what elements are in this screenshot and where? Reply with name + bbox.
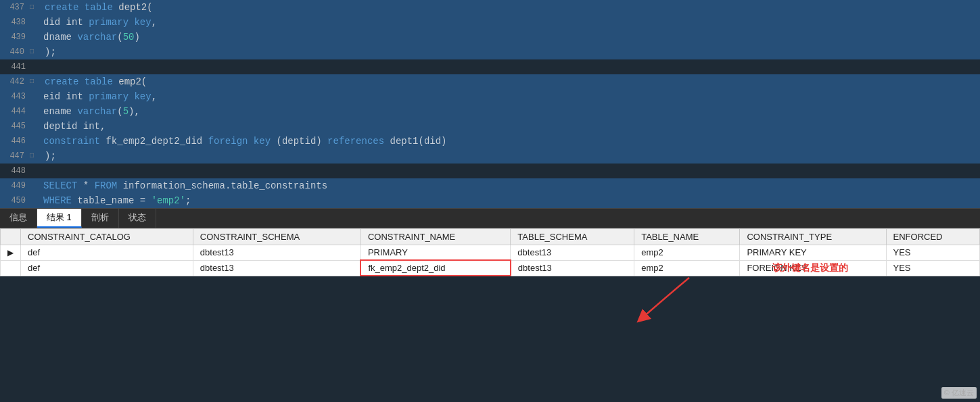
code-line: 437□create table dept2( xyxy=(0,0,980,15)
table-cell: emp2 xyxy=(634,260,740,276)
line-number: 440 xyxy=(0,45,28,59)
token: 5 xyxy=(123,106,129,117)
watermark: © 亿速云 xyxy=(941,387,977,399)
token: table_name = xyxy=(72,195,151,206)
row-indicator xyxy=(1,260,21,276)
line-content: constraint fk_emp2_dept2_did foreign key… xyxy=(41,134,980,149)
line-number: 437 xyxy=(0,0,28,15)
token: constraint xyxy=(43,136,100,147)
collapse-icon[interactable]: □ xyxy=(30,74,38,89)
line-number: 448 xyxy=(1,164,30,178)
token: primary key xyxy=(89,17,151,28)
line-number: 450 xyxy=(1,193,30,208)
token: ( xyxy=(117,32,122,43)
col-header: CONSTRAINT_TYPE xyxy=(740,229,886,245)
code-line: 447□); xyxy=(0,149,980,164)
table-cell: FOREIGN KEY xyxy=(740,260,886,276)
table-row: defdbtest13fk_emp2_dept2_diddbtest13emp2… xyxy=(1,260,980,276)
tabs-bar: 信息结果 1剖析状态 xyxy=(0,208,980,228)
code-line: 448 xyxy=(0,164,980,178)
token: 'emp2' xyxy=(151,195,185,206)
code-line: 443 eid int primary key, xyxy=(0,89,980,104)
token: * xyxy=(77,180,94,191)
col-header: CONSTRAINT_SCHEMA xyxy=(193,229,360,245)
line-content: create table emp2( xyxy=(42,74,980,89)
token: dept1(did) xyxy=(384,136,446,147)
token: ); xyxy=(45,47,56,57)
col-header-indicator xyxy=(1,229,21,245)
line-number: 443 xyxy=(1,89,30,104)
token: dname xyxy=(43,32,77,43)
table-cell: emp2 xyxy=(634,245,740,261)
results-area: CONSTRAINT_CATALOGCONSTRAINT_SCHEMACONST… xyxy=(0,228,980,276)
line-number: 449 xyxy=(1,178,30,193)
token: dept2( xyxy=(113,2,153,13)
token: varchar xyxy=(77,32,117,43)
line-content: dname varchar(50) xyxy=(41,30,980,45)
table-cell: dbtest13 xyxy=(193,245,360,261)
col-header: CONSTRAINT_CATALOG xyxy=(21,229,193,245)
token: ), xyxy=(129,106,140,117)
line-content: ); xyxy=(42,45,980,59)
line-number: 439 xyxy=(1,30,30,45)
token: varchar xyxy=(77,106,117,117)
code-line: 442□create table emp2( xyxy=(0,74,980,89)
results-table: CONSTRAINT_CATALOGCONSTRAINT_SCHEMACONST… xyxy=(0,228,980,276)
line-number: 438 xyxy=(1,15,30,30)
token: (deptid) xyxy=(271,136,327,147)
col-header: ENFORCED xyxy=(886,229,979,245)
col-header: TABLE_NAME xyxy=(634,229,740,245)
token: 50 xyxy=(123,32,135,43)
token: references xyxy=(327,136,384,147)
col-header: CONSTRAINT_NAME xyxy=(360,229,510,245)
table-cell: fk_emp2_dept2_did xyxy=(360,260,510,276)
line-number: 442 xyxy=(0,74,28,89)
token: primary key xyxy=(89,91,151,102)
token: deptid int, xyxy=(43,121,106,132)
token: eid int xyxy=(43,91,89,102)
line-number: 441 xyxy=(1,59,30,74)
code-line: 445 deptid int, xyxy=(0,119,980,134)
token: WHERE xyxy=(43,195,72,206)
token: foreign key xyxy=(208,136,271,147)
token: fk_emp2_dept2_did xyxy=(100,136,208,147)
col-header: TABLE_SCHEMA xyxy=(511,229,634,245)
line-number: 446 xyxy=(1,134,30,149)
table-cell: PRIMARY KEY xyxy=(740,245,886,261)
line-content: ename varchar(5), xyxy=(41,104,980,119)
token: create xyxy=(45,76,78,87)
token: create xyxy=(45,2,78,13)
token: information_schema.table_constraints xyxy=(117,180,327,191)
table-cell: dbtest13 xyxy=(511,245,634,261)
line-content: ); xyxy=(42,149,980,164)
code-line: 444 ename varchar(5), xyxy=(0,104,980,119)
token: ( xyxy=(117,106,122,117)
tab-3[interactable]: 状态 xyxy=(119,209,156,228)
code-line: 438 did int primary key, xyxy=(0,15,980,30)
collapse-icon[interactable]: □ xyxy=(30,45,38,59)
code-line: 446 constraint fk_emp2_dept2_did foreign… xyxy=(0,134,980,149)
tab-0[interactable]: 信息 xyxy=(0,209,37,228)
token: SELECT xyxy=(43,180,77,191)
table-cell: dbtest13 xyxy=(193,260,360,276)
table-cell: def xyxy=(21,245,193,261)
line-number: 447 xyxy=(0,149,28,164)
token: ) xyxy=(134,32,139,43)
tab-2[interactable]: 剖析 xyxy=(82,209,119,228)
collapse-icon[interactable]: □ xyxy=(30,149,38,164)
line-content: deptid int, xyxy=(41,119,980,134)
line-content: SELECT * FROM information_schema.table_c… xyxy=(41,178,980,193)
table-cell: YES xyxy=(886,245,979,261)
code-line: 449SELECT * FROM information_schema.tabl… xyxy=(0,178,980,193)
arrow-icon xyxy=(628,274,709,328)
token: ename xyxy=(43,106,77,117)
main-wrapper: 437□create table dept2(438 did int prima… xyxy=(0,0,980,276)
row-indicator: ▶ xyxy=(1,245,21,261)
line-content: did int primary key, xyxy=(41,15,980,30)
token: FROM xyxy=(95,180,118,191)
table-cell: def xyxy=(21,260,193,276)
table-cell: PRIMARY xyxy=(360,245,510,261)
tab-1[interactable]: 结果 1 xyxy=(37,209,82,228)
collapse-icon[interactable]: □ xyxy=(30,0,38,15)
editor-area: 437□create table dept2(438 did int prima… xyxy=(0,0,980,208)
